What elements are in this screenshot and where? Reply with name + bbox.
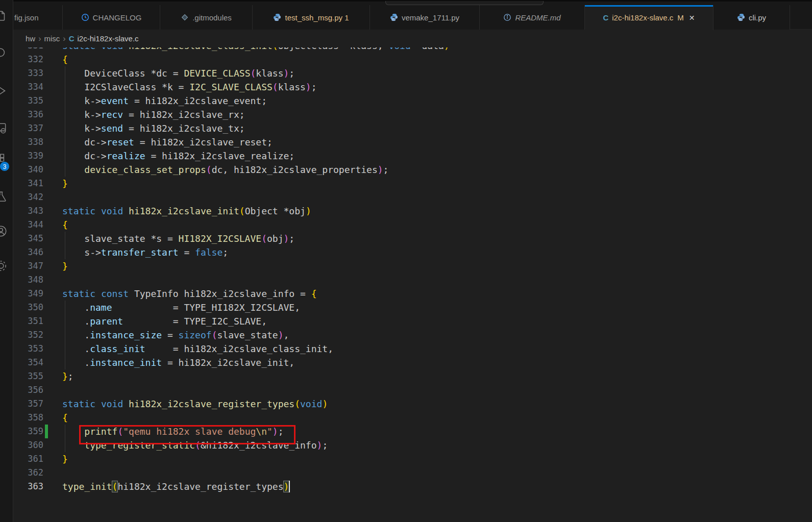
tab-fig-json[interactable]: fig.json <box>13 5 63 30</box>
code-line[interactable]: 335 k->event = hi182x_i2cslave_event; <box>13 94 812 108</box>
search-icon[interactable] <box>0 47 8 60</box>
breadcrumb-file[interactable]: i2c-hi182x-slave.c <box>78 34 139 43</box>
line-number[interactable]: 341 <box>13 177 43 190</box>
tab-i2c-hi182x-slave-c-active[interactable]: C i2c-hi182x-slave.c M ✕ <box>585 5 713 30</box>
tab-test-ssh-msg-py[interactable]: test_ssh_msg.py 1 <box>253 5 370 30</box>
line-number[interactable]: 343 <box>13 204 43 218</box>
line-number[interactable]: 347 <box>13 259 43 273</box>
line-number[interactable]: 331 <box>13 47 43 53</box>
code-line[interactable]: 347} <box>13 259 812 273</box>
line-number[interactable]: 362 <box>13 466 43 480</box>
tab-changelog[interactable]: CHANGELOG <box>63 5 160 30</box>
code-line[interactable]: 353 .class_init = hi182x_i2cslave_class_… <box>13 342 812 356</box>
line-number[interactable]: 351 <box>13 314 43 328</box>
line-number[interactable]: 344 <box>13 218 43 232</box>
line-number[interactable]: 363 <box>13 480 43 493</box>
line-number[interactable]: 359 <box>13 425 43 438</box>
code-line[interactable]: 363type_init(hi182x_i2cslave_register_ty… <box>13 480 812 493</box>
line-number[interactable]: 357 <box>13 397 43 411</box>
code-text: } <box>62 259 68 273</box>
code-text: } <box>62 177 68 190</box>
command-center-bottom-edge[interactable] <box>385 1 544 5</box>
code-line[interactable]: 337 k->send = hi182x_i2cslave_tx; <box>13 121 812 135</box>
line-number[interactable]: 339 <box>13 149 43 163</box>
code-line[interactable]: 338 dc->reset = hi182x_i2cslave_reset; <box>13 135 812 149</box>
git-diamond-icon <box>181 13 189 21</box>
line-number[interactable]: 345 <box>13 232 43 245</box>
code-line[interactable]: 359 printf("qemu hi182x slave debug\n"); <box>13 425 812 438</box>
breadcrumb-folder[interactable]: misc <box>44 34 60 43</box>
tab-gitmodules[interactable]: .gitmodules <box>160 5 253 30</box>
code-line[interactable]: 361} <box>13 452 812 466</box>
line-number[interactable]: 360 <box>13 438 43 452</box>
code-line[interactable]: 349static const TypeInfo hi182x_i2cslave… <box>13 287 812 301</box>
code-text: slave_state *s = HI182X_I2CSLAVE(obj); <box>62 232 294 245</box>
line-number[interactable]: 333 <box>13 66 43 80</box>
line-number[interactable]: 335 <box>13 94 43 108</box>
accounts-icon[interactable] <box>0 225 8 238</box>
code-line[interactable]: 358{ <box>13 411 812 425</box>
code-line[interactable]: 336 k->recv = hi182x_i2cslave_rx; <box>13 108 812 121</box>
code-editor[interactable]: 331static void hi182x_i2cslave_class_ini… <box>13 47 812 522</box>
code-line[interactable]: 355}; <box>13 369 812 383</box>
line-number[interactable]: 340 <box>13 163 43 177</box>
code-line[interactable]: 340 device_class_set_props(dc, hi182x_i2… <box>13 163 812 177</box>
code-text: device_class_set_props(dc, hi182x_i2csla… <box>62 163 388 177</box>
tab-cli-py[interactable]: cli.py <box>713 5 790 30</box>
code-line[interactable]: 360 type_register_static(&hi182x_i2cslav… <box>13 438 812 452</box>
line-number[interactable]: 346 <box>13 245 43 259</box>
testing-icon[interactable] <box>0 190 8 203</box>
code-text: dc->reset = hi182x_i2cslave_reset; <box>62 135 273 149</box>
code-line[interactable]: 333 DeviceClass *dc = DEVICE_CLASS(klass… <box>13 66 812 80</box>
line-number[interactable]: 356 <box>13 383 43 397</box>
line-number[interactable]: 348 <box>13 273 43 287</box>
code-line[interactable]: 342 <box>13 190 812 204</box>
code-line[interactable]: 352 .instance_size = sizeof(slave_state)… <box>13 328 812 342</box>
code-line[interactable]: 332{ <box>13 53 812 66</box>
code-line[interactable]: 362 <box>13 466 812 480</box>
line-number[interactable]: 353 <box>13 342 43 356</box>
line-number[interactable]: 337 <box>13 121 43 135</box>
code-lines: 331static void hi182x_i2cslave_class_ini… <box>13 47 812 493</box>
python-icon <box>737 13 745 21</box>
code-line[interactable]: 344{ <box>13 218 812 232</box>
line-number[interactable]: 336 <box>13 108 43 121</box>
code-line[interactable]: 351 .parent = TYPE_I2C_SLAVE, <box>13 314 812 328</box>
settings-gear-icon[interactable] <box>0 259 8 272</box>
editor-tab-bar: fig.json CHANGELOG .gitmodules test_ssh_… <box>13 5 812 30</box>
code-line[interactable]: 339 dc->realize = hi182x_i2cslave_realiz… <box>13 149 812 163</box>
close-icon[interactable]: ✕ <box>689 14 695 22</box>
run-debug-icon[interactable] <box>0 84 8 97</box>
code-line[interactable]: 346 s->transfer_start = false; <box>13 245 812 259</box>
line-number[interactable]: 349 <box>13 287 43 301</box>
line-number[interactable]: 334 <box>13 80 43 94</box>
breadcrumb-folder[interactable]: hw <box>26 34 35 43</box>
code-line[interactable]: 343static void hi182x_i2cslave_init(Obje… <box>13 204 812 218</box>
breadcrumb: hw › misc › C i2c-hi182x-slave.c <box>13 30 812 47</box>
tab-vemake-1711-py[interactable]: vemake_1711.py <box>370 5 480 30</box>
line-number[interactable]: 342 <box>13 190 43 204</box>
code-line[interactable]: 350 .name = TYPE_HI182X_I2CSLAVE, <box>13 301 812 314</box>
code-line[interactable]: 348 <box>13 273 812 287</box>
code-line[interactable]: 331static void hi182x_i2cslave_class_ini… <box>13 47 812 53</box>
code-text: static const TypeInfo hi182x_i2cslave_in… <box>62 287 317 301</box>
line-number[interactable]: 352 <box>13 328 43 342</box>
python-icon <box>390 13 398 21</box>
line-number[interactable]: 358 <box>13 411 43 425</box>
code-line[interactable]: 354 .instance_init = hi182x_i2cslave_ini… <box>13 356 812 369</box>
explorer-files-icon[interactable] <box>0 9 8 22</box>
code-line[interactable]: 356 <box>13 383 812 397</box>
code-line[interactable]: 357static void hi182x_i2cslave_register_… <box>13 397 812 411</box>
line-number[interactable]: 361 <box>13 452 43 466</box>
line-number[interactable]: 332 <box>13 53 43 66</box>
tab-readme-md[interactable]: README.md <box>480 5 585 30</box>
line-number[interactable]: 350 <box>13 301 43 314</box>
code-line[interactable]: 341} <box>13 177 812 190</box>
line-number[interactable]: 354 <box>13 356 43 369</box>
line-number[interactable]: 355 <box>13 369 43 383</box>
c-file-icon: C <box>69 34 75 43</box>
code-line[interactable]: 345 slave_state *s = HI182X_I2CSLAVE(obj… <box>13 232 812 245</box>
code-line[interactable]: 334 I2CSlaveClass *k = I2C_SLAVE_CLASS(k… <box>13 80 812 94</box>
remote-explorer-icon[interactable] <box>0 121 8 135</box>
line-number[interactable]: 338 <box>13 135 43 149</box>
